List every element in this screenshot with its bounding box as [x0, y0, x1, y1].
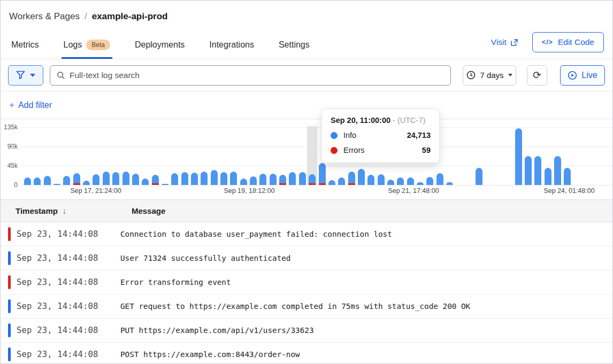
- chart-bar[interactable]: [211, 170, 218, 185]
- tooltip-series-value: 59: [422, 146, 431, 154]
- search-input[interactable]: [70, 71, 444, 80]
- chart-bar[interactable]: [44, 176, 51, 185]
- chart-bar[interactable]: [367, 175, 374, 185]
- log-timestamp: Sep 23, 14:44:08: [17, 277, 98, 287]
- chart-bar[interactable]: [250, 176, 257, 185]
- chart-bar[interactable]: [270, 174, 277, 185]
- log-row[interactable]: Sep 23, 14:44:08Error transforming event: [1, 270, 612, 295]
- tooltip-row-info: Info 24,713: [331, 131, 431, 140]
- chart-bar[interactable]: [417, 182, 424, 185]
- search-box: [50, 65, 451, 86]
- sort-descending-icon[interactable]: ↓: [62, 206, 66, 216]
- tooltip-row-errors: Errors 59: [331, 146, 431, 154]
- log-row[interactable]: Sep 23, 14:44:08POST https://example.com…: [1, 343, 612, 364]
- bar-info-segment: [525, 156, 532, 185]
- chart-tooltip: Sep 20, 11:00:00 - (UTC-7) Info 24,713 E…: [321, 109, 440, 163]
- workers-logs-page: Workers & Pages / example-api-prod Metri…: [0, 0, 613, 364]
- chart-bar[interactable]: [338, 177, 345, 185]
- chart-bar[interactable]: [63, 176, 70, 185]
- chart-bar[interactable]: [525, 156, 532, 185]
- chart-bar[interactable]: [436, 173, 443, 185]
- chart-bar[interactable]: [34, 177, 41, 185]
- chart-bar[interactable]: [181, 172, 188, 185]
- external-link-icon: [510, 38, 518, 47]
- tab-settings[interactable]: Settings: [277, 40, 312, 59]
- chart-bar[interactable]: [171, 173, 178, 185]
- breadcrumb-section[interactable]: Workers & Pages: [9, 11, 80, 22]
- chart-bar[interactable]: [162, 184, 168, 185]
- tab-metrics[interactable]: Metrics: [9, 40, 41, 59]
- log-row[interactable]: Sep 23, 14:44:08Connection to database u…: [1, 222, 612, 246]
- bar-info-segment: [515, 128, 522, 185]
- chart-bar[interactable]: [132, 174, 139, 185]
- filter-menu-button[interactable]: [8, 65, 43, 86]
- chart-bar[interactable]: [220, 172, 227, 185]
- chart-bar[interactable]: [259, 174, 266, 185]
- chart-bar[interactable]: [446, 182, 453, 185]
- bar-info-segment: [230, 172, 237, 185]
- tab-label: Integrations: [209, 40, 254, 49]
- bar-info-segment: [426, 177, 433, 185]
- time-range-dropdown[interactable]: 7 days: [463, 65, 516, 86]
- live-label: Live: [581, 71, 597, 80]
- chart-bar[interactable]: [407, 177, 414, 185]
- chart-bar[interactable]: [397, 177, 404, 185]
- chart-bar[interactable]: [122, 172, 129, 185]
- chart-bar[interactable]: [358, 169, 365, 185]
- chart-bar[interactable]: [387, 180, 394, 185]
- chart-bar[interactable]: [240, 179, 247, 185]
- chart-bar[interactable]: [564, 168, 571, 185]
- chart-bar[interactable]: [191, 173, 198, 185]
- tab-logs[interactable]: LogsBeta: [62, 40, 112, 59]
- chart-bar[interactable]: [348, 172, 355, 185]
- chart-bar[interactable]: [230, 172, 237, 185]
- log-row[interactable]: Sep 23, 14:44:08PUT https://example.com/…: [1, 319, 612, 343]
- bar-info-segment: [240, 179, 247, 185]
- chart-bar[interactable]: [378, 174, 385, 185]
- bar-info-segment: [24, 177, 31, 185]
- chart-bar[interactable]: [201, 172, 208, 185]
- chart-bar[interactable]: [328, 180, 335, 185]
- chart-bar[interactable]: [545, 168, 551, 185]
- bar-info-segment: [112, 172, 119, 185]
- tooltip-timestamp: Sep 20, 11:00:00: [331, 116, 390, 125]
- chart-bar[interactable]: [93, 174, 99, 185]
- chart-bar[interactable]: [142, 179, 149, 185]
- x-axis-tick: Sep 17, 21:24:00: [70, 187, 121, 195]
- add-filter-link[interactable]: + Add filter: [9, 100, 52, 111]
- bar-info-segment: [181, 172, 188, 185]
- chart-bar[interactable]: [289, 172, 296, 185]
- chart-bar[interactable]: [53, 184, 60, 185]
- bar-info-segment: [259, 174, 266, 185]
- breadcrumb-separator: /: [85, 11, 87, 22]
- chart-bar[interactable]: [152, 175, 159, 185]
- log-row[interactable]: Sep 23, 14:44:08GET request to https://e…: [1, 295, 612, 319]
- chart-bar[interactable]: [83, 181, 90, 185]
- chart-bar[interactable]: [299, 172, 306, 185]
- chart-bar[interactable]: [426, 177, 433, 185]
- chart-bar[interactable]: [319, 163, 326, 185]
- edit-code-button[interactable]: </> Edit Code: [532, 32, 604, 52]
- chart-bar[interactable]: [103, 172, 110, 185]
- bar-info-segment: [63, 176, 70, 185]
- tab-deployments[interactable]: Deployments: [133, 40, 187, 59]
- chart-bar[interactable]: [279, 175, 286, 185]
- timestamp-column-header[interactable]: Timestamp ↓: [16, 206, 66, 216]
- chart-bar[interactable]: [515, 128, 522, 185]
- tab-integrations[interactable]: Integrations: [207, 40, 256, 59]
- chart-bar[interactable]: [309, 174, 316, 185]
- visit-link[interactable]: Visit: [491, 37, 518, 47]
- log-message: Error transforming event: [120, 278, 231, 286]
- chart-bar[interactable]: [476, 168, 482, 185]
- chart-bar[interactable]: [534, 156, 541, 185]
- chart-bar[interactable]: [73, 173, 80, 185]
- log-row[interactable]: Sep 23, 14:44:08User 71324 successfully …: [1, 246, 612, 270]
- chart-bar[interactable]: [112, 172, 119, 185]
- chart-bar[interactable]: [24, 177, 31, 185]
- live-button[interactable]: Live: [560, 65, 605, 86]
- bar-info-segment: [378, 174, 385, 185]
- log-level-indicator-info: [8, 299, 11, 313]
- chart-bar[interactable]: [554, 156, 561, 185]
- refresh-button[interactable]: ⟳: [527, 65, 547, 86]
- log-timestamp: Sep 23, 14:44:08: [17, 301, 98, 311]
